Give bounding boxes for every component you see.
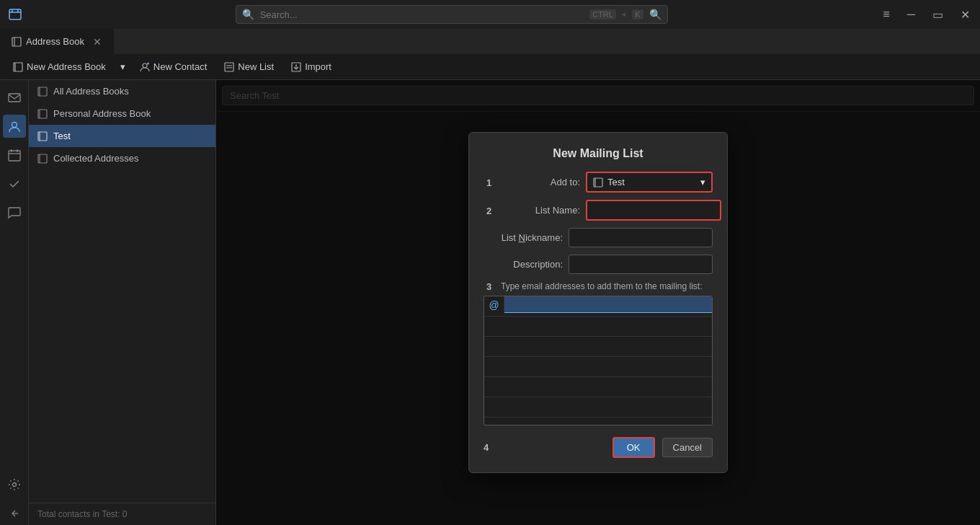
description-input[interactable] (569, 255, 713, 274)
select-chevron-icon: ▾ (700, 177, 705, 188)
step2-badge: 2 (486, 205, 491, 216)
search-icon: 🔍 (242, 9, 254, 20)
titlebar-left (7, 6, 23, 22)
tab-close-button[interactable]: ✕ (93, 36, 102, 48)
select-book-icon (593, 177, 603, 188)
email-row-2 (484, 317, 712, 337)
list-nickname-label: List Nickname: (484, 232, 563, 243)
global-search-bar[interactable]: 🔍 CTRL + K 🔍 (236, 5, 668, 24)
list-name-row: 2 List Name: Sample List (501, 200, 713, 221)
description-label: Description: (484, 259, 563, 270)
svg-rect-0 (9, 9, 21, 19)
search-shortcut-k: K (632, 9, 643, 19)
modal-footer: 4 OK Cancel (484, 437, 713, 458)
add-to-select[interactable]: Test ▾ (586, 172, 713, 193)
email-row-3 (484, 337, 712, 357)
new-address-book-icon (13, 62, 23, 72)
email-input-1[interactable]: ierson.bowley@bowley.org,bmalet@yahoo.co… (504, 296, 712, 313)
cancel-button[interactable]: Cancel (662, 438, 713, 457)
list-nickname-input[interactable] (569, 228, 713, 247)
new-list-icon (224, 62, 234, 72)
sidebar-icons (0, 80, 29, 525)
list-name-label: List Name: (501, 205, 580, 216)
close-button[interactable]: ✕ (958, 6, 973, 23)
sidebar-item-personal[interactable]: Personal Address Book (29, 102, 215, 125)
new-mailing-list-dialog: New Mailing List 1 Add to: Test ▾ (468, 132, 728, 473)
new-contact-icon (140, 62, 150, 72)
add-to-value: Test (607, 177, 625, 188)
description-row: Description: (484, 255, 713, 274)
modal-overlay: New Mailing List 1 Add to: Test ▾ (216, 80, 980, 525)
personal-address-book-label: Personal Address Book (53, 108, 151, 119)
email-row-5 (484, 377, 712, 397)
svg-rect-18 (9, 151, 20, 161)
sidebar-icon-tasks[interactable] (3, 172, 26, 195)
sidebar-icon-calendar[interactable] (3, 144, 26, 167)
global-search-input[interactable] (260, 9, 584, 20)
tab-address-book-icon (12, 37, 22, 47)
email-at-icon-1: @ (484, 296, 504, 314)
new-list-button[interactable]: New List (217, 58, 281, 75)
modal-title: New Mailing List (484, 147, 713, 160)
new-contact-button[interactable]: New Contact (133, 58, 214, 75)
tab-address-book[interactable]: Address Book ✕ (0, 29, 114, 54)
content-area: No contacts available. New Contact New M… (216, 80, 980, 525)
step3-badge: 3 (486, 281, 491, 292)
titlebar: 🔍 CTRL + K 🔍 ≡ ─ ▭ ✕ (0, 0, 980, 29)
add-to-label: Add to: (501, 177, 580, 188)
step1-badge: 1 (486, 177, 491, 188)
svg-rect-4 (12, 38, 21, 46)
search-shortcut-ctrl: CTRL (589, 9, 616, 19)
svg-rect-16 (9, 94, 20, 102)
email-row-4 (484, 357, 712, 377)
search-shortcut-plus: + (622, 10, 626, 19)
step4-badge: 4 (484, 442, 489, 453)
sidebar-item-test[interactable]: Test (29, 125, 215, 147)
svg-rect-11 (225, 63, 233, 71)
email-row-1: @ ierson.bowley@bowley.org,bmalet@yahoo.… (484, 296, 712, 317)
new-contact-label: New Contact (153, 61, 207, 72)
email-list-wrapper: @ ierson.bowley@bowley.org,bmalet@yahoo.… (484, 296, 713, 425)
maximize-button[interactable]: ▭ (930, 6, 946, 23)
list-nickname-row: List Nickname: (484, 228, 713, 247)
personal-book-icon (37, 109, 48, 119)
sidebar-item-collected[interactable]: Collected Addresses (29, 147, 215, 169)
email-input-cell-1[interactable]: ierson.bowley@bowley.org,bmalet@yahoo.co… (504, 296, 712, 313)
new-address-book-label: New Address Book (27, 61, 106, 72)
menu-button[interactable]: ≡ (880, 6, 892, 22)
sidebar-icon-chat[interactable] (3, 201, 26, 224)
collected-addresses-label: Collected Addresses (53, 153, 139, 164)
svg-point-8 (143, 63, 147, 68)
new-list-label: New List (238, 61, 274, 72)
search-lens-icon: 🔍 (649, 9, 662, 20)
new-address-book-dropdown[interactable]: ▾ (116, 58, 130, 75)
toolbar: New Address Book ▾ New Contact New List … (0, 54, 980, 80)
list-name-input[interactable]: Sample List (586, 200, 721, 221)
tab-bar: Address Book ✕ (0, 29, 980, 54)
sidebar-icon-mail[interactable] (3, 86, 26, 109)
sidebar-icon-settings[interactable] (3, 473, 26, 496)
tab-address-book-label: Address Book (26, 36, 84, 47)
add-to-row: 1 Add to: Test ▾ (501, 172, 713, 193)
sidebar-item-all-address-books[interactable]: All Address Books (29, 80, 215, 102)
email-list-area[interactable]: @ ierson.bowley@bowley.org,bmalet@yahoo.… (484, 296, 713, 425)
email-instruction: Type email addresses to add them to the … (501, 281, 713, 291)
all-address-books-label: All Address Books (53, 86, 129, 97)
svg-point-17 (12, 123, 17, 128)
sidebar-footer: Total contacts in Test: 0 (29, 503, 215, 525)
email-row-6 (484, 397, 712, 418)
titlebar-controls: ≡ ─ ▭ ✕ (880, 6, 973, 23)
minimize-button[interactable]: ─ (904, 6, 918, 22)
sidebar-icon-contacts[interactable] (3, 115, 26, 138)
all-books-icon (37, 87, 48, 97)
instruction-area: 3 Type email addresses to add them to th… (484, 281, 713, 291)
address-book-sidebar: All Address Books Personal Address Book … (29, 80, 216, 525)
ok-button[interactable]: OK (612, 437, 655, 458)
test-label: Test (53, 131, 71, 141)
import-button[interactable]: Import (284, 58, 339, 75)
new-address-book-button[interactable]: New Address Book (6, 58, 113, 75)
step4-area: 4 (484, 442, 494, 453)
sidebar-icon-back[interactable] (3, 502, 26, 525)
collected-book-icon (37, 154, 48, 164)
test-book-icon (37, 131, 48, 141)
